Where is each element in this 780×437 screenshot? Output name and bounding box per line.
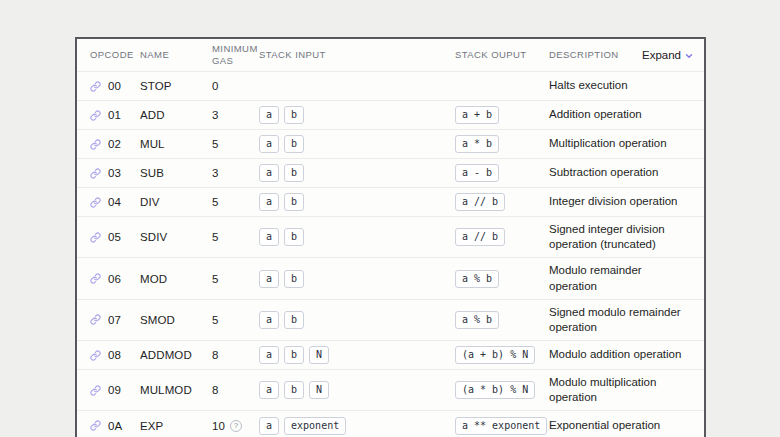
description-value: Multiplication operation [549,134,694,153]
stack-item-tag: N [309,381,329,399]
col-header-minimum-gas: MINIMUM GAS [212,43,259,68]
link-icon[interactable] [90,350,101,361]
link-icon[interactable] [90,197,101,208]
table-row[interactable]: 00 STOP 0 Halts execution [77,72,704,101]
link-icon[interactable] [90,385,101,396]
table-row[interactable]: 03 SUB 3 ab a - b Subtraction operation [77,159,704,188]
stack-input-cell: abN [259,344,455,366]
col-header-name: NAME [140,49,212,61]
stack-item-tag: a % b [455,311,499,329]
stack-output-cell: a - b [455,162,549,184]
table-row[interactable]: 06 MOD 5 ab a % b Modulo remainder opera… [77,258,704,299]
table-row[interactable]: 02 MUL 5 ab a * b Multiplication operati… [77,130,704,159]
description-value: Addition operation [549,105,694,124]
stack-item-tag: b [284,311,304,329]
help-circle-icon[interactable]: ? [230,420,242,432]
stack-output-cell: (a * b) % N [455,379,549,401]
stack-item-tag: a * b [455,135,499,153]
opcode-value: 05 [108,231,121,243]
stack-item-tag: a [259,270,279,288]
stack-input-cell: ab [259,268,455,290]
table-row[interactable]: 05 SDIV 5 ab a // b Signed integer divis… [77,217,704,258]
gas-value: 3 [212,167,219,179]
stack-item-tag: a [259,346,279,364]
stack-item-tag: a // b [455,228,505,246]
stack-input-cell: ab [259,191,455,213]
stack-item-tag: b [284,381,304,399]
stack-item-tag: a [259,311,279,329]
chevron-down-icon [684,51,694,61]
opcode-value: 04 [108,196,121,208]
name-value: SDIV [140,231,212,243]
table-row[interactable]: 01 ADD 3 ab a + b Addition operation [77,101,704,130]
stack-item-tag: b [284,193,304,211]
link-icon[interactable] [90,314,101,325]
opcode-value: 06 [108,273,121,285]
table-row[interactable]: 08 ADDMOD 8 abN (a + b) % N Modulo addit… [77,341,704,370]
description-value: Exponential operation [549,416,694,435]
opcode-value: 07 [108,314,121,326]
opcode-value: 09 [108,384,121,396]
description-value: Modulo remainder operation [549,261,694,295]
gas-value: 5 [212,196,219,208]
link-icon[interactable] [90,81,101,92]
description-value: Halts execution [549,76,694,95]
stack-item-tag: exponent [284,417,346,435]
name-value: SMOD [140,314,212,326]
stack-output-cell [455,84,549,88]
description-value: Modulo multiplication operation [549,373,694,407]
stack-output-cell: a % b [455,268,549,290]
stack-item-tag: a [259,193,279,211]
col-header-stack-output: STACK OUPUT [455,49,549,61]
link-icon[interactable] [90,232,101,243]
table-row[interactable]: 0A EXP 10 ? aexponent a ** exponent Expo… [77,411,704,437]
link-icon[interactable] [90,273,101,284]
link-icon[interactable] [90,110,101,121]
opcode-value: 02 [108,138,121,150]
table-row[interactable]: 04 DIV 5 ab a // b Integer division oper… [77,188,704,217]
name-value: SUB [140,167,212,179]
stack-item-tag: N [309,346,329,364]
stack-input-cell: ab [259,133,455,155]
stack-input-cell: ab [259,226,455,248]
description-value: Integer division operation [549,192,694,211]
description-value: Signed integer division operation (trunc… [549,220,694,254]
stack-item-tag: (a * b) % N [455,381,535,399]
table-row[interactable]: 07 SMOD 5 ab a % b Signed modulo remaind… [77,300,704,341]
gas-value: 0 [212,80,219,92]
stack-item-tag: a [259,164,279,182]
stack-item-tag: a - b [455,164,499,182]
description-value: Modulo addition operation [549,345,694,364]
col-header-opcode: OPCODE [90,49,140,61]
stack-input-cell [259,84,455,88]
opcode-value: 08 [108,349,121,361]
link-icon[interactable] [90,420,101,431]
opcode-value: 00 [108,80,121,92]
stack-output-cell: a * b [455,133,549,155]
stack-output-cell: a // b [455,191,549,213]
col-header-stack-input: STACK INPUT [259,49,455,61]
stack-item-tag: a [259,135,279,153]
opcode-value: 03 [108,167,121,179]
stack-output-cell: a + b [455,104,549,126]
opcode-value: 0A [108,420,122,432]
stack-input-cell: ab [259,309,455,331]
stack-item-tag: b [284,270,304,288]
gas-value: 5 [212,314,219,326]
stack-item-tag: b [284,228,304,246]
stack-item-tag: a ** exponent [455,417,547,435]
link-icon[interactable] [90,139,101,150]
stack-item-tag: a % b [455,270,499,288]
link-icon[interactable] [90,168,101,179]
stack-item-tag: b [284,135,304,153]
name-value: MOD [140,273,212,285]
expand-button[interactable]: Expand [642,49,694,61]
stack-item-tag: (a + b) % N [455,346,535,364]
col-header-description: DESCRIPTION [549,49,619,61]
name-value: MULMOD [140,384,212,396]
name-value: STOP [140,80,212,92]
stack-item-tag: a + b [455,106,499,124]
stack-item-tag: a [259,106,279,124]
table-row[interactable]: 09 MULMOD 8 abN (a * b) % N Modulo multi… [77,370,704,411]
stack-input-cell: ab [259,104,455,126]
